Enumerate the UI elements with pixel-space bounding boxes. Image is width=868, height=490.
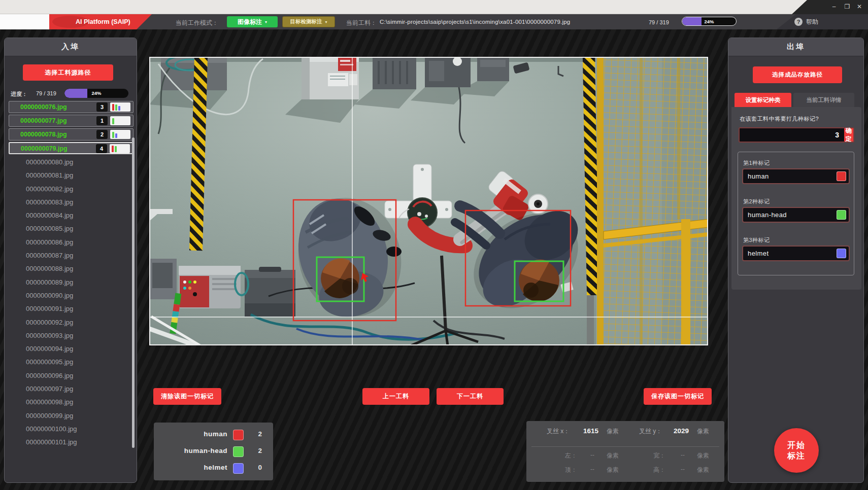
file-list-item[interactable]: 0000000094.jpg (9, 342, 133, 356)
file-list-item[interactable]: 0000000081.jpg (9, 169, 133, 182)
file-list-item[interactable]: 0000000087.jpg (9, 249, 133, 262)
label-type-title: 第1种标记 (743, 159, 770, 167)
file-row[interactable]: 0000000077.jpg1 (9, 115, 133, 127)
unit-label: 像素 (607, 451, 619, 460)
file-list-item[interactable]: 0000000086.jpg (9, 236, 133, 249)
class-distribution-chart (110, 144, 130, 153)
file-list-item[interactable]: 0000000088.jpg (9, 262, 133, 275)
app-brand-banner: AI Platform (SAIP) (49, 14, 170, 29)
annotation-count-badge: 4 (96, 144, 107, 153)
class-distribution-chart (110, 102, 130, 112)
file-list-item[interactable]: 0000000091.jpg (9, 302, 133, 316)
mode-detection-annotation-button[interactable]: 目标检测标注 ▾ (282, 16, 335, 27)
file-list-item[interactable]: 0000000099.jpg (9, 409, 133, 423)
help-icon: ? (794, 18, 803, 26)
maximize-icon[interactable]: ❐ (842, 2, 853, 12)
label-count-input-group: 确定 (739, 127, 854, 143)
select-output-path-button[interactable]: 选择成品存放路径 (753, 66, 842, 83)
label-type-title: 第3种标记 (743, 236, 770, 244)
header-progress-count: 79 / 319 (649, 19, 669, 25)
next-file-button[interactable]: 下一工料 (437, 388, 504, 405)
file-list-item[interactable]: 0000000098.jpg (9, 396, 133, 409)
mode-label: 当前工作模式： (176, 19, 218, 27)
box-width-value: -- (681, 451, 685, 459)
file-list-item[interactable]: 0000000095.jpg (9, 356, 133, 369)
save-annotations-button[interactable]: 保存该图一切标记 (644, 388, 712, 405)
box-top-label: 顶： (565, 466, 577, 474)
unit-label: 像素 (697, 466, 709, 474)
file-row[interactable]: 0000000078.jpg2 (9, 128, 133, 141)
file-name: 0000000076.jpg (20, 103, 67, 111)
file-list-item[interactable]: 00000000100.jpg (9, 423, 133, 436)
logo-area (0, 14, 49, 29)
unit-label: 像素 (697, 451, 709, 460)
mode-image-annotation-button[interactable]: 图像标注 ▾ (227, 16, 278, 27)
label-color-swatch[interactable] (837, 171, 846, 181)
legend-class-count: 0 (258, 464, 262, 471)
file-list: 0000000076.jpg30000000077.jpg10000000078… (9, 101, 133, 478)
label-name-input[interactable]: helmet (742, 246, 850, 261)
file-name: 0000000077.jpg (20, 117, 67, 124)
file-list-item[interactable]: 0000000090.jpg (9, 289, 133, 302)
green-class-bar (112, 118, 114, 124)
annotation-count-badge: 3 (96, 102, 108, 112)
file-list-item[interactable]: 0000000083.jpg (9, 196, 133, 209)
minimize-icon[interactable]: – (828, 2, 840, 12)
label-type-section: 第1种标记 human (738, 152, 854, 191)
label-name-value: helmet (748, 250, 769, 257)
select-source-path-button[interactable]: 选择工料源路径 (23, 64, 113, 81)
progress-row: 进度： 79 / 319 24% (10, 89, 132, 98)
annotation-count-badge: 1 (96, 116, 108, 125)
header-progress-percent: 24% (682, 19, 736, 24)
tab-current-file-details[interactable]: 当前工料详情 (793, 93, 854, 107)
start-annotation-button[interactable]: 开始 标注 (774, 428, 819, 473)
file-list-item[interactable]: 0000000092.jpg (9, 316, 133, 329)
start-button-line1: 开始 (787, 440, 806, 450)
box-left-value: -- (590, 451, 594, 459)
help-label: 帮助 (806, 18, 818, 26)
red-class-bar (112, 146, 114, 152)
file-list-item[interactable]: 0000000096.jpg (9, 369, 133, 382)
label-count-input[interactable] (740, 128, 844, 142)
clear-annotations-button[interactable]: 清除该图一切标记 (153, 388, 221, 405)
label-name-input[interactable]: human-head (742, 207, 850, 223)
confirm-button[interactable]: 确定 (844, 128, 853, 142)
sidebar-progress-percent: 24% (64, 90, 128, 96)
crosshair-y-label: 叉丝 y： (639, 427, 662, 436)
file-list-scrollbar[interactable] (132, 137, 135, 448)
annotation-canvas[interactable] (149, 57, 708, 345)
tab-set-label-types[interactable]: 设置标记种类 (735, 93, 791, 107)
box-top-value: -- (590, 466, 594, 473)
label-name-input[interactable]: human (742, 168, 850, 184)
file-list-item[interactable]: 0000000097.jpg (9, 382, 133, 396)
help-button[interactable]: ? 帮助 (794, 14, 855, 29)
file-list-item[interactable]: 0000000093.jpg (9, 329, 133, 342)
chevron-down-icon: ▾ (325, 20, 327, 24)
file-row[interactable]: 0000000076.jpg3 (9, 101, 133, 113)
label-color-swatch[interactable] (837, 210, 846, 220)
file-list-item[interactable]: 0000000089.jpg (9, 276, 133, 289)
label-color-swatch[interactable] (837, 249, 846, 258)
box-left-label: 左： (565, 451, 577, 460)
blue-class-bar (115, 133, 117, 138)
close-icon[interactable]: ✕ (854, 2, 865, 12)
file-list-item[interactable]: 0000000084.jpg (9, 209, 133, 222)
workspace-photo[interactable] (149, 57, 708, 345)
box-width-label: 宽： (653, 451, 665, 460)
coordinates-info-panel: 叉丝 x： 1615 像素 叉丝 y： 2029 像素 左： -- 像素 宽： … (526, 421, 724, 482)
unit-label: 像素 (607, 466, 619, 474)
file-list-item[interactable]: 0000000080.jpg (9, 156, 133, 169)
file-list-item[interactable]: 0000000085.jpg (9, 222, 133, 235)
file-list-item[interactable]: 00000000101.jpg (9, 436, 133, 449)
window-titlebar: – ❐ ✕ (0, 0, 868, 14)
box-height-label: 高： (653, 466, 665, 474)
crosshair-y-value: 2029 (674, 427, 689, 435)
file-row[interactable]: 0000000079.jpg4 (9, 142, 133, 154)
class-distribution-chart (110, 116, 130, 125)
file-list-item[interactable]: 0000000082.jpg (9, 183, 133, 196)
previous-file-button[interactable]: 上一工料 (362, 388, 429, 405)
legend-color-swatch (233, 430, 244, 440)
current-file-path: C:\simmir-projects\saip\projects\s1\inco… (380, 19, 570, 25)
import-panel-title: 入埠 (5, 38, 137, 56)
blue-class-bar (118, 106, 120, 111)
